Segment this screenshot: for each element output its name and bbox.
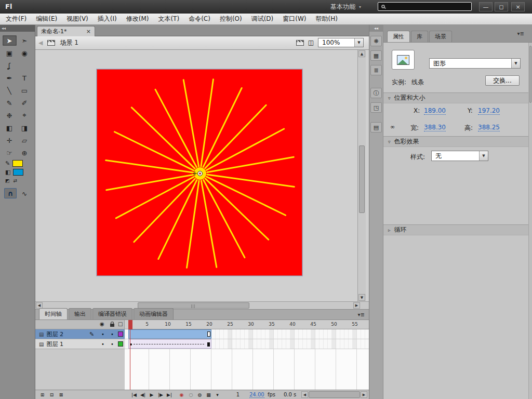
pen-tool[interactable]: ✒ xyxy=(3,73,17,83)
center-frame-button[interactable]: ◉ xyxy=(178,391,185,398)
menu-control[interactable]: 控制(O) xyxy=(215,13,247,25)
align-panel-button[interactable]: ≣ xyxy=(370,65,382,75)
swap-button[interactable]: 交换... xyxy=(485,75,520,86)
default-colors-button[interactable]: ◩ xyxy=(5,178,10,183)
lock-dot[interactable]: • xyxy=(111,331,114,337)
onion-skin-button[interactable]: ◌ xyxy=(187,391,195,398)
edit-scene-button[interactable] xyxy=(296,40,304,46)
play-button[interactable]: ▶ xyxy=(148,391,156,398)
menu-commands[interactable]: 命令(C) xyxy=(184,13,215,25)
zoom-select[interactable]: 100% ▼ xyxy=(318,38,364,47)
document-tab-close-icon[interactable]: × xyxy=(86,28,91,35)
visibility-dot[interactable]: • xyxy=(101,341,104,347)
menu-text[interactable]: 文本(T) xyxy=(153,13,184,25)
menu-file[interactable]: 文件(F) xyxy=(1,13,31,25)
scroll-right-icon[interactable]: ▶ xyxy=(353,302,360,309)
delete-layer-button[interactable]: ⊠ xyxy=(57,391,65,398)
layer-outline-color-swatch[interactable] xyxy=(118,341,123,347)
tab-compiler-errors[interactable]: 编译器错误 xyxy=(92,308,132,320)
3d-rotation-tool[interactable]: ◉ xyxy=(18,48,32,58)
lock-icon[interactable] xyxy=(110,324,114,327)
layer-row-1[interactable]: ▤ 图层 1 • • xyxy=(35,339,125,349)
color-panel-button[interactable]: ❋ xyxy=(370,36,382,46)
timeline-scroll-right-icon[interactable]: ▶ xyxy=(361,391,367,398)
swatches-panel-button[interactable]: ▦ xyxy=(370,50,382,61)
y-value[interactable]: 197.20 xyxy=(478,107,500,115)
library-panel-button[interactable]: ▤ xyxy=(370,122,382,132)
insert-layer-button[interactable]: ⊞ xyxy=(38,391,46,398)
tab-motion-editor[interactable]: 动画编辑器 xyxy=(134,308,174,320)
scroll-down-icon[interactable]: ▼ xyxy=(358,294,365,301)
x-value[interactable]: 189.00 xyxy=(424,107,446,115)
layer-name[interactable]: 图层 2 xyxy=(46,330,63,338)
prev-frame-button[interactable]: ◀| xyxy=(139,391,147,398)
timeline-hscroll-thumb[interactable] xyxy=(309,391,360,398)
layer-outline-color-swatch[interactable] xyxy=(118,331,123,337)
snap-to-objects-button[interactable]: ∩ xyxy=(4,188,17,198)
rectangle-tool[interactable]: ▭ xyxy=(18,85,32,96)
info-panel-button[interactable]: ⓘ xyxy=(370,88,382,98)
layer-name[interactable]: 图层 1 xyxy=(46,340,63,348)
symbol-type-select[interactable]: 图形 ▼ xyxy=(429,58,521,69)
properties-scroll-thumb[interactable] xyxy=(529,46,531,103)
zoom-tool[interactable]: ⊕ xyxy=(18,148,32,158)
first-frame-button[interactable]: |◀ xyxy=(130,391,138,398)
width-value[interactable]: 388.30 xyxy=(424,124,446,131)
modify-markers-button[interactable]: ▾ xyxy=(214,391,221,398)
motion-tween-span[interactable] xyxy=(128,329,211,339)
vscroll-thumb[interactable] xyxy=(359,145,365,213)
eraser-tool[interactable]: ▱ xyxy=(18,135,32,145)
onion-skin-outline-button[interactable]: ◍ xyxy=(196,391,204,398)
close-button[interactable]: × xyxy=(511,2,525,11)
frame-ruler[interactable]: 5 10 15 20 25 30 35 40 45 50 55 xyxy=(125,320,369,329)
properties-scrollbar[interactable] xyxy=(528,43,532,399)
show-hide-eye-icon[interactable]: ◉ xyxy=(100,321,104,327)
transform-panel-button[interactable]: ◳ xyxy=(370,102,382,113)
insert-folder-button[interactable]: ⊟ xyxy=(48,391,56,398)
style-select[interactable]: 无 ▼ xyxy=(431,151,488,161)
frame-grid[interactable] xyxy=(125,329,369,390)
frame-rate-value[interactable]: 24.00 xyxy=(249,392,264,398)
stage-vertical-scrollbar[interactable]: ▲ ▼ xyxy=(357,50,366,301)
fill-color-swatch[interactable] xyxy=(13,169,23,176)
free-transform-tool[interactable]: ▣ xyxy=(3,48,17,58)
stroke-color-swatch[interactable] xyxy=(12,160,23,167)
swap-colors-button[interactable]: ⇄ xyxy=(14,178,18,183)
menu-help[interactable]: 帮助(H) xyxy=(311,13,342,25)
paint-bucket-tool[interactable]: ◧ xyxy=(3,123,17,133)
last-frame-button[interactable]: ▶| xyxy=(165,391,174,398)
smooth-option-button[interactable]: ∿ xyxy=(19,189,30,198)
tab-properties[interactable]: 属性 xyxy=(387,31,410,42)
edit-multiple-frames-button[interactable]: ▦ xyxy=(205,391,212,398)
ink-bottle-tool[interactable]: ◨ xyxy=(18,123,32,133)
subselection-tool[interactable]: ➣ xyxy=(18,35,32,46)
document-tab[interactable]: 未命名-1* × xyxy=(37,26,95,36)
deco-tool[interactable]: ❉ xyxy=(3,110,17,121)
layer-row-2[interactable]: ▤ 图层 2 ✎ • • xyxy=(35,329,125,339)
tab-timeline[interactable]: 时间轴 xyxy=(39,308,68,320)
height-value[interactable]: 388.25 xyxy=(478,124,500,131)
stage-artwork-square[interactable] xyxy=(97,69,302,276)
menu-modify[interactable]: 修改(M) xyxy=(122,13,154,25)
next-frame-button[interactable]: |▶ xyxy=(156,391,165,398)
span-end-keyframe[interactable] xyxy=(207,331,210,337)
line-tool[interactable]: ╲ xyxy=(3,85,17,96)
pencil-tool[interactable]: ✎ xyxy=(3,98,17,108)
tab-scenes[interactable]: 场景 xyxy=(429,31,452,42)
tab-output[interactable]: 输出 xyxy=(69,308,91,320)
menu-debug[interactable]: 调试(D) xyxy=(247,13,278,25)
zoom-dropdown-arrow-icon[interactable]: ▼ xyxy=(354,38,363,47)
scroll-up-icon[interactable]: ▲ xyxy=(358,50,365,57)
selection-tool[interactable]: ➤ xyxy=(3,35,17,46)
restore-button[interactable]: ◻ xyxy=(495,2,508,11)
menu-edit[interactable]: 编辑(E) xyxy=(31,13,62,25)
workspace-switcher[interactable]: 基本功能 ▾ xyxy=(330,3,361,11)
tools-collapse-button[interactable]: ◂◂ xyxy=(0,25,35,32)
bone-tool[interactable]: ⌖ xyxy=(18,110,32,121)
brush-tool[interactable]: ✐ xyxy=(18,98,32,108)
classic-tween-span[interactable] xyxy=(128,339,211,349)
minimize-button[interactable]: — xyxy=(479,2,493,11)
lock-dot[interactable]: • xyxy=(111,341,114,347)
link-dimensions-icon[interactable]: ∞ xyxy=(390,124,395,130)
symbol-type-dropdown-arrow-icon[interactable]: ▼ xyxy=(511,59,520,68)
